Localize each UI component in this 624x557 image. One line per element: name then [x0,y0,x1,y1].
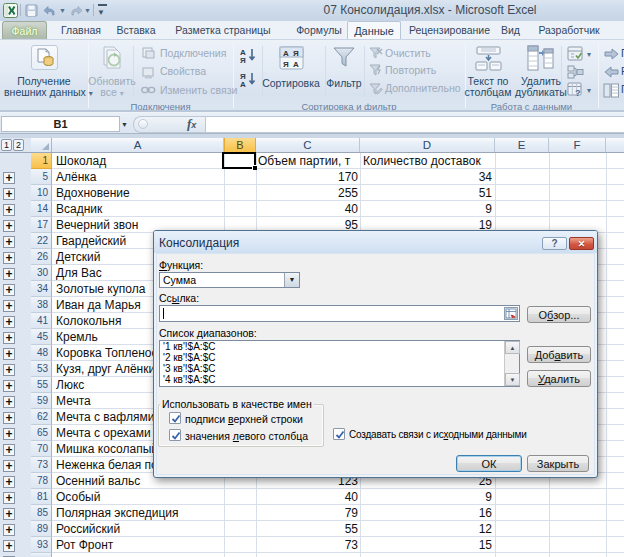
svg-text:Я: Я [293,49,299,58]
svg-text:А: А [293,60,299,69]
svg-text:А: А [283,49,289,58]
svg-text:Я: Я [240,56,246,64]
svg-text:Я: Я [283,60,289,69]
svg-text:?: ? [575,88,581,98]
svg-text:А: А [240,80,246,88]
